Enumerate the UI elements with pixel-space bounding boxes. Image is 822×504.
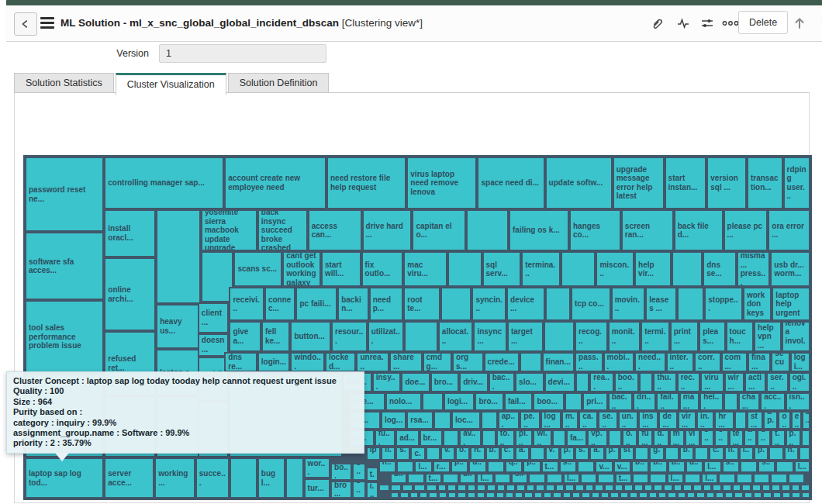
treemap-cell[interactable]: screen ran... — [621, 209, 674, 251]
treemap-cell[interactable]: v... — [545, 447, 560, 461]
treemap-cell[interactable]: nolo... — [385, 392, 422, 411]
treemap-cell[interactable]: fell ke... — [261, 321, 290, 352]
treemap-cell[interactable]: backin... — [337, 287, 369, 321]
treemap-cell[interactable]: t... — [541, 461, 559, 473]
treemap-cell[interactable] — [467, 484, 477, 492]
treemap-cell[interactable] — [506, 484, 516, 492]
treemap-cell[interactable]: b... — [679, 447, 694, 461]
treemap-cell[interactable]: r... — [433, 461, 451, 473]
treemap-cell[interactable]: slo... — [515, 372, 544, 392]
treemap-cell[interactable]: de... — [658, 411, 677, 430]
treemap-cell[interactable]: insy... — [372, 372, 401, 392]
treemap-cell[interactable]: lo... — [778, 411, 790, 430]
treemap-cell[interactable]: monit... — [608, 321, 641, 352]
treemap-cell[interactable]: help vir... — [634, 251, 672, 287]
treemap-cell[interactable] — [600, 492, 610, 499]
treemap-cell[interactable]: mobi... — [603, 352, 635, 372]
more-options-icon[interactable] — [722, 15, 739, 32]
treemap-cell[interactable]: s... — [511, 473, 528, 484]
treemap-cell[interactable]: s... — [758, 461, 775, 473]
treemap-cell[interactable] — [543, 492, 552, 499]
treemap-cell[interactable]: wor... — [304, 457, 330, 478]
treemap-cell[interactable]: st... — [620, 447, 634, 461]
treemap-cell[interactable]: windo... — [290, 352, 325, 372]
treemap-cell[interactable] — [440, 287, 472, 321]
treemap-cell[interactable]: resour... — [331, 321, 368, 352]
treemap-cell[interactable]: p... — [605, 447, 620, 461]
treemap-cell[interactable] — [422, 392, 444, 411]
treemap-cell[interactable]: ad... — [395, 430, 419, 447]
treemap-cell[interactable]: vir... — [678, 411, 696, 430]
treemap-cell[interactable]: b... — [631, 461, 649, 473]
treemap-cell[interactable] — [753, 473, 770, 484]
treemap-cell[interactable]: ip... — [366, 447, 381, 461]
treemap-cell[interactable]: s... — [722, 461, 740, 473]
treemap-cell[interactable] — [620, 492, 629, 499]
treemap-cell[interactable]: termi... — [641, 321, 669, 352]
treemap-cell[interactable]: hanges co... — [569, 209, 621, 251]
treemap-cell[interactable]: tcp co... — [571, 287, 611, 321]
treemap-cell[interactable]: bro... — [430, 372, 459, 392]
treemap-cell[interactable]: fa... — [566, 430, 587, 447]
treemap-cell[interactable] — [552, 492, 561, 499]
treemap-cell[interactable]: t... — [615, 473, 632, 484]
treemap-cell[interactable]: t... — [771, 430, 785, 447]
version-input[interactable] — [159, 44, 326, 63]
treemap-cell[interactable] — [644, 484, 654, 492]
treemap-cell[interactable]: upgrade message error help latest — [613, 157, 665, 209]
treemap-cell[interactable]: scans sc... — [233, 251, 282, 287]
treemap-cell[interactable] — [677, 287, 704, 321]
treemap-cell[interactable]: share ... — [389, 352, 423, 372]
treemap-cell[interactable]: b... — [668, 461, 686, 473]
treemap-cell[interactable] — [715, 492, 724, 499]
treemap-cell[interactable] — [610, 492, 619, 499]
treemap-cell[interactable] — [555, 484, 565, 492]
treemap-cell[interactable]: ora error ... — [768, 209, 810, 251]
treemap-cell[interactable]: tool sales performance problem issue — [25, 300, 104, 374]
treemap-cell[interactable] — [419, 492, 428, 499]
treemap-cell[interactable] — [390, 492, 399, 499]
treemap-cell[interactable] — [378, 484, 390, 492]
treemap-cell[interactable]: give a... — [229, 321, 261, 352]
treemap-cell[interactable] — [781, 484, 791, 492]
tab-solution-definition[interactable]: Solution Definition — [228, 73, 330, 93]
treemap-cell[interactable]: i... — [366, 482, 378, 499]
treemap-cell[interactable]: fail... — [656, 392, 679, 411]
treemap-cell[interactable]: un... — [618, 411, 638, 430]
treemap-cell[interactable]: wir... — [724, 372, 744, 392]
treemap-cell[interactable]: version sql ... — [706, 157, 747, 209]
treemap-cell[interactable]: fina... — [748, 352, 771, 372]
treemap-cell[interactable]: fu... — [637, 430, 653, 447]
treemap-cell[interactable] — [496, 492, 505, 499]
treemap-cell[interactable] — [585, 484, 595, 492]
treemap-cell[interactable] — [734, 492, 743, 499]
treemap-cell[interactable] — [485, 492, 495, 499]
treemap-cell[interactable]: bug l... — [257, 457, 285, 499]
treemap-cell[interactable]: pc faili... — [295, 287, 337, 321]
treemap-cell[interactable]: st... — [366, 467, 378, 482]
treemap-cell[interactable] — [762, 492, 772, 499]
treemap-cell[interactable]: com ... — [721, 352, 748, 372]
treemap-cell[interactable] — [285, 457, 303, 499]
treemap-cell[interactable]: insync... — [473, 321, 507, 352]
treemap-cell[interactable]: c... — [500, 447, 515, 461]
treemap-cell[interactable]: rea... — [589, 372, 613, 392]
treemap-cell[interactable] — [433, 411, 451, 430]
treemap-cell[interactable] — [426, 484, 437, 492]
next-record-icon[interactable] — [819, 15, 822, 32]
treemap-cell[interactable] — [402, 484, 413, 492]
treemap-cell[interactable]: t... — [425, 473, 442, 484]
treemap-cell[interactable]: capitan el o... — [412, 209, 466, 251]
treemap-cell[interactable] — [663, 484, 673, 492]
treemap-cell[interactable] — [753, 492, 762, 499]
treemap-cell[interactable]: c... — [714, 430, 728, 447]
treemap-cell[interactable] — [442, 473, 459, 484]
treemap-cell[interactable]: corr... — [694, 352, 720, 372]
treemap-cell[interactable]: cant get outlook working galaxy — [282, 251, 321, 287]
treemap-cell[interactable]: boo... — [533, 392, 565, 411]
treemap-cell[interactable]: ma... — [679, 392, 699, 411]
treemap-cell[interactable] — [653, 484, 663, 492]
treemap-cell[interactable]: fail... — [504, 392, 533, 411]
treemap-cell[interactable]: need p... — [369, 287, 404, 321]
treemap-cell[interactable] — [565, 484, 575, 492]
